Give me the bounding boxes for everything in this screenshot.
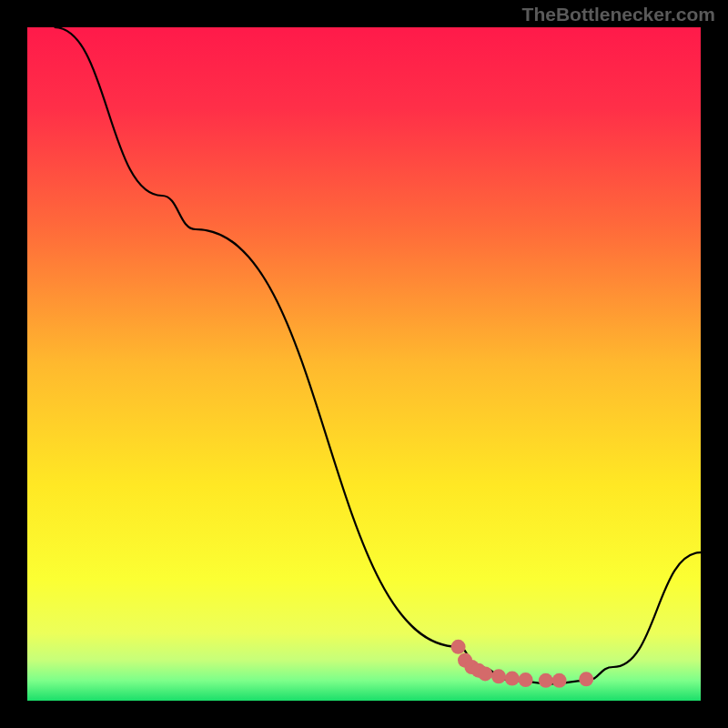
marker-point <box>505 672 520 686</box>
marker-point <box>491 669 506 683</box>
chart-plot-area <box>27 27 701 701</box>
marker-point <box>451 640 466 654</box>
marker-point <box>539 673 553 688</box>
chart-background <box>27 27 701 701</box>
marker-point <box>478 666 492 681</box>
watermark-text: TheBottlenecker.com <box>522 4 715 25</box>
marker-point <box>519 672 533 687</box>
marker-point <box>579 672 593 686</box>
marker-point <box>552 673 567 688</box>
chart-svg <box>27 27 701 701</box>
